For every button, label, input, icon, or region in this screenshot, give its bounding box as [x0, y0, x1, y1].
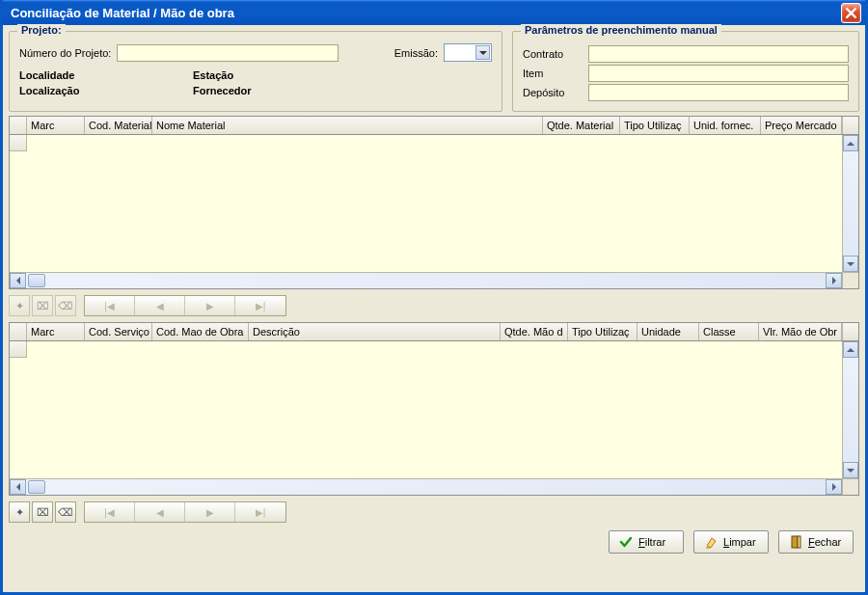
scroll-down-icon[interactable]	[843, 462, 858, 478]
svg-rect-1	[798, 536, 800, 548]
col-cod-material[interactable]: Cod. Material	[85, 117, 152, 134]
tool-add-icon: ✦	[9, 295, 30, 316]
fechar-button[interactable]: Fechar	[778, 530, 854, 554]
nav-last-button: ▶|	[235, 296, 285, 315]
row-indicator	[10, 341, 27, 358]
nav-prev-button: ◀	[135, 296, 185, 315]
nav-prev-button: ◀	[135, 502, 185, 522]
col-unidade[interactable]: Unidade	[637, 323, 699, 340]
scroll-up-icon[interactable]	[843, 135, 858, 151]
chevron-down-icon	[475, 45, 490, 60]
grid-material-hscroll[interactable]	[10, 272, 858, 288]
groupbox-projeto: Projeto: Número do Projeto: Emissão: Loc…	[9, 31, 502, 112]
navbar-mao: ✦ ⌧ ⌫ |◀ ◀ ▶ ▶|	[9, 500, 859, 525]
scroll-thumb[interactable]	[28, 274, 45, 287]
numero-projeto-label: Número do Projeto:	[19, 47, 111, 59]
grid-material-header: Marc Cod. Material Nome Material Qtde. M…	[10, 117, 858, 135]
grid-material-body[interactable]	[10, 135, 858, 272]
col-classe[interactable]: Classe	[699, 323, 759, 340]
window-frame: Conciliação de Material / Mão de obra Pr…	[0, 0, 868, 595]
fornecedor-label: Fornecedor	[193, 85, 492, 100]
estacao-label: Estação	[193, 69, 492, 85]
scroll-left-icon[interactable]	[10, 479, 26, 495]
close-button[interactable]	[841, 3, 861, 23]
navgroup-material: |◀ ◀ ▶ ▶|	[84, 295, 286, 316]
groupbox-parametros: Parâmetros de preenchimento manual Contr…	[512, 31, 859, 112]
numero-projeto-input[interactable]	[117, 44, 339, 62]
item-input[interactable]	[588, 65, 849, 82]
localidade-label: Localidade	[19, 69, 135, 85]
row-indicator	[10, 135, 27, 151]
col-tipo-utilizacao[interactable]: Tipo Utilizaç	[620, 117, 690, 134]
nav-first-button: |◀	[85, 296, 135, 315]
navgroup-mao: |◀ ◀ ▶ ▶|	[84, 501, 286, 523]
scroll-right-icon[interactable]	[826, 273, 842, 288]
col-marc[interactable]: Marc	[27, 117, 85, 134]
col-cod-servico[interactable]: Cod. Serviço	[85, 323, 152, 340]
parametros-legend: Parâmetros de preenchimento manual	[521, 24, 721, 36]
window-title: Conciliação de Material / Mão de obra	[11, 6, 234, 20]
nav-first-button: |◀	[85, 502, 135, 522]
grid-material[interactable]: Marc Cod. Material Nome Material Qtde. M…	[9, 116, 859, 289]
fechar-label: Fechar	[808, 536, 841, 548]
col-qtde-material[interactable]: Qtde. Material	[543, 117, 620, 134]
client-area: Projeto: Número do Projeto: Emissão: Loc…	[3, 25, 865, 592]
tool-edit-icon: ⌧	[32, 295, 53, 316]
tool-delete-icon: ⌫	[55, 295, 76, 316]
deposito-label: Depósito	[523, 87, 581, 98]
scroll-left-icon[interactable]	[10, 273, 26, 288]
nav-next-button: ▶	[185, 296, 235, 315]
col-nome-material[interactable]: Nome Material	[152, 117, 543, 134]
col-cod-mao-obra[interactable]: Cod. Mao de Obra	[152, 323, 249, 340]
contrato-input[interactable]	[588, 45, 849, 63]
navbar-material: ✦ ⌧ ⌫ |◀ ◀ ▶ ▶|	[9, 293, 859, 318]
nav-last-button: ▶|	[235, 502, 285, 522]
col-descricao[interactable]: Descrição	[249, 323, 501, 340]
grid-mao-hscroll[interactable]	[10, 478, 858, 495]
col-preco-mercado[interactable]: Preço Mercado	[761, 117, 842, 134]
scroll-down-icon[interactable]	[843, 256, 858, 272]
col-vlr-mao[interactable]: Vlr. Mão de Obr	[759, 323, 842, 340]
col-unid-fornec[interactable]: Unid. fornec.	[690, 117, 761, 134]
scroll-up-icon[interactable]	[843, 341, 858, 358]
door-icon	[789, 535, 802, 549]
emissao-label: Emissão:	[394, 47, 438, 59]
col-qtde-mao[interactable]: Qtde. Mão d	[501, 323, 568, 340]
titlebar: Conciliação de Material / Mão de obra	[3, 0, 865, 25]
grid-mao-vscroll[interactable]	[842, 341, 858, 478]
filtrar-button[interactable]: Filtrar	[609, 530, 684, 554]
tool-edit-button[interactable]: ⌧	[32, 501, 53, 523]
limpar-button[interactable]: Limpar	[693, 530, 769, 554]
erase-icon	[704, 535, 718, 549]
scroll-thumb[interactable]	[28, 480, 45, 494]
scroll-right-icon[interactable]	[826, 479, 842, 495]
projeto-legend: Projeto:	[17, 24, 66, 36]
col-marc2[interactable]: Marc	[27, 323, 85, 340]
check-icon	[619, 535, 633, 549]
deposito-input[interactable]	[588, 84, 849, 101]
col-tipo-util2[interactable]: Tipo Utilizaç	[568, 323, 637, 340]
nav-next-button: ▶	[185, 502, 235, 522]
close-icon	[846, 8, 856, 18]
svg-rect-0	[792, 536, 798, 548]
filtrar-label: Filtrar	[638, 536, 665, 548]
contrato-label: Contrato	[523, 48, 581, 60]
tool-add-button[interactable]: ✦	[9, 501, 30, 523]
tool-delete-button[interactable]: ⌫	[55, 501, 76, 523]
grid-material-vscroll[interactable]	[842, 135, 858, 272]
grid-mao-body[interactable]	[10, 341, 858, 478]
grid-mao-header: Marc Cod. Serviço Cod. Mao de Obra Descr…	[10, 323, 858, 341]
emissao-combo[interactable]	[444, 43, 492, 62]
button-row: Filtrar Limpar Fechar	[9, 528, 859, 554]
localizacao-label: Localização	[19, 85, 135, 100]
item-label: Item	[523, 68, 581, 79]
limpar-label: Limpar	[723, 536, 756, 548]
grid-mao-de-obra[interactable]: Marc Cod. Serviço Cod. Mao de Obra Descr…	[9, 322, 859, 496]
